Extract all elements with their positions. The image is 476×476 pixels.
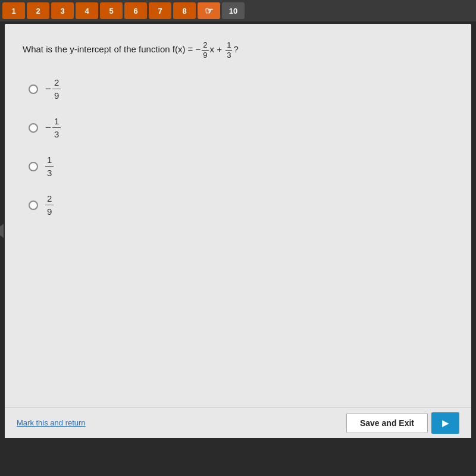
radio-b[interactable]: [29, 123, 38, 133]
save-exit-button[interactable]: Save and Exit: [346, 413, 428, 433]
question-area: What is the y-intercept of the function …: [5, 24, 471, 407]
bottom-bar: Mark this and return Save and Exit ▶: [5, 407, 471, 438]
mark-return-link[interactable]: Mark this and return: [17, 418, 86, 427]
choice-d[interactable]: 2 9: [29, 192, 453, 218]
nav-btn-3[interactable]: 3: [51, 2, 74, 19]
radio-a[interactable]: [29, 84, 38, 94]
nav-btn-10[interactable]: 10: [222, 2, 245, 19]
answer-choices: − 2 9 − 1 3: [23, 76, 453, 218]
choice-b-label: − 1 3: [45, 115, 61, 140]
radio-d[interactable]: [29, 201, 38, 210]
nav-btn-2[interactable]: 2: [27, 2, 49, 19]
question-text: What is the y-intercept of the function …: [23, 40, 453, 60]
left-arrow-icon: [0, 224, 4, 238]
choice-c-fraction: 1 3: [45, 154, 54, 179]
nav-btn-4[interactable]: 4: [76, 2, 98, 19]
next-button[interactable]: ▶: [431, 412, 459, 434]
choice-a[interactable]: − 2 9: [29, 76, 453, 102]
choice-c-label: 1 3: [45, 154, 54, 179]
question-fraction2: 13: [226, 40, 232, 60]
nav-btn-8[interactable]: 8: [173, 2, 196, 19]
nav-btn-cursor[interactable]: ☞: [198, 2, 220, 19]
choice-a-fraction: 2 9: [52, 76, 61, 102]
choice-d-label: 2 9: [45, 192, 54, 218]
question-panel: What is the y-intercept of the function …: [5, 24, 471, 438]
bottom-strip: [0, 440, 476, 476]
nav-btn-5[interactable]: 5: [100, 2, 123, 19]
radio-c[interactable]: [29, 162, 38, 171]
question-fraction1: 29: [202, 40, 208, 60]
bottom-right-actions: Save and Exit ▶: [346, 412, 459, 434]
nav-btn-7[interactable]: 7: [149, 2, 171, 19]
nav-btn-6[interactable]: 6: [124, 2, 147, 19]
choice-b[interactable]: − 1 3: [29, 115, 453, 140]
top-navigation-bar: 1 2 3 4 5 6 7 8 ☞ 10: [0, 0, 476, 21]
choice-d-fraction: 2 9: [45, 192, 54, 218]
nav-btn-1[interactable]: 1: [2, 2, 25, 19]
choice-b-fraction: 1 3: [52, 115, 61, 140]
choice-a-label: − 2 9: [45, 76, 61, 102]
choice-c[interactable]: 1 3: [29, 154, 453, 179]
